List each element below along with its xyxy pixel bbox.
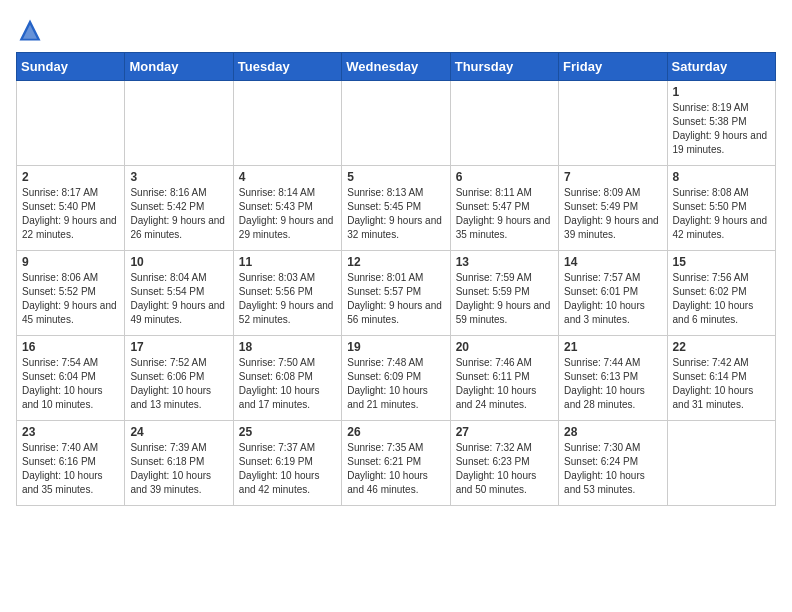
day-number: 23	[22, 425, 119, 439]
day-number: 9	[22, 255, 119, 269]
calendar-cell: 15Sunrise: 7:56 AM Sunset: 6:02 PM Dayli…	[667, 251, 775, 336]
day-info: Sunrise: 7:42 AM Sunset: 6:14 PM Dayligh…	[673, 356, 770, 412]
day-info: Sunrise: 8:03 AM Sunset: 5:56 PM Dayligh…	[239, 271, 336, 327]
day-number: 3	[130, 170, 227, 184]
calendar-cell: 6Sunrise: 8:11 AM Sunset: 5:47 PM Daylig…	[450, 166, 558, 251]
calendar-cell: 23Sunrise: 7:40 AM Sunset: 6:16 PM Dayli…	[17, 421, 125, 506]
day-number: 5	[347, 170, 444, 184]
day-number: 24	[130, 425, 227, 439]
calendar-cell	[233, 81, 341, 166]
calendar-cell: 16Sunrise: 7:54 AM Sunset: 6:04 PM Dayli…	[17, 336, 125, 421]
calendar-week-3: 9Sunrise: 8:06 AM Sunset: 5:52 PM Daylig…	[17, 251, 776, 336]
day-info: Sunrise: 8:08 AM Sunset: 5:50 PM Dayligh…	[673, 186, 770, 242]
day-number: 25	[239, 425, 336, 439]
weekday-header-saturday: Saturday	[667, 53, 775, 81]
day-info: Sunrise: 7:59 AM Sunset: 5:59 PM Dayligh…	[456, 271, 553, 327]
day-number: 27	[456, 425, 553, 439]
day-info: Sunrise: 7:37 AM Sunset: 6:19 PM Dayligh…	[239, 441, 336, 497]
calendar-cell: 7Sunrise: 8:09 AM Sunset: 5:49 PM Daylig…	[559, 166, 667, 251]
day-info: Sunrise: 7:40 AM Sunset: 6:16 PM Dayligh…	[22, 441, 119, 497]
weekday-header-wednesday: Wednesday	[342, 53, 450, 81]
day-info: Sunrise: 7:50 AM Sunset: 6:08 PM Dayligh…	[239, 356, 336, 412]
calendar-cell: 14Sunrise: 7:57 AM Sunset: 6:01 PM Dayli…	[559, 251, 667, 336]
calendar-cell	[125, 81, 233, 166]
day-number: 12	[347, 255, 444, 269]
calendar-cell: 19Sunrise: 7:48 AM Sunset: 6:09 PM Dayli…	[342, 336, 450, 421]
day-number: 26	[347, 425, 444, 439]
calendar-cell: 28Sunrise: 7:30 AM Sunset: 6:24 PM Dayli…	[559, 421, 667, 506]
logo-icon	[16, 16, 44, 44]
calendar-cell: 2Sunrise: 8:17 AM Sunset: 5:40 PM Daylig…	[17, 166, 125, 251]
day-info: Sunrise: 8:04 AM Sunset: 5:54 PM Dayligh…	[130, 271, 227, 327]
day-info: Sunrise: 8:19 AM Sunset: 5:38 PM Dayligh…	[673, 101, 770, 157]
calendar-cell: 27Sunrise: 7:32 AM Sunset: 6:23 PM Dayli…	[450, 421, 558, 506]
day-number: 22	[673, 340, 770, 354]
day-number: 14	[564, 255, 661, 269]
weekday-header-sunday: Sunday	[17, 53, 125, 81]
page-header	[16, 16, 776, 44]
day-info: Sunrise: 7:39 AM Sunset: 6:18 PM Dayligh…	[130, 441, 227, 497]
calendar-cell: 9Sunrise: 8:06 AM Sunset: 5:52 PM Daylig…	[17, 251, 125, 336]
calendar-cell: 11Sunrise: 8:03 AM Sunset: 5:56 PM Dayli…	[233, 251, 341, 336]
calendar-cell: 10Sunrise: 8:04 AM Sunset: 5:54 PM Dayli…	[125, 251, 233, 336]
day-info: Sunrise: 7:44 AM Sunset: 6:13 PM Dayligh…	[564, 356, 661, 412]
calendar-cell: 13Sunrise: 7:59 AM Sunset: 5:59 PM Dayli…	[450, 251, 558, 336]
calendar-week-2: 2Sunrise: 8:17 AM Sunset: 5:40 PM Daylig…	[17, 166, 776, 251]
calendar-cell	[17, 81, 125, 166]
day-number: 20	[456, 340, 553, 354]
day-info: Sunrise: 8:09 AM Sunset: 5:49 PM Dayligh…	[564, 186, 661, 242]
calendar-cell: 22Sunrise: 7:42 AM Sunset: 6:14 PM Dayli…	[667, 336, 775, 421]
day-info: Sunrise: 7:32 AM Sunset: 6:23 PM Dayligh…	[456, 441, 553, 497]
day-info: Sunrise: 7:46 AM Sunset: 6:11 PM Dayligh…	[456, 356, 553, 412]
day-number: 18	[239, 340, 336, 354]
calendar-cell: 4Sunrise: 8:14 AM Sunset: 5:43 PM Daylig…	[233, 166, 341, 251]
calendar-cell	[559, 81, 667, 166]
calendar-cell: 8Sunrise: 8:08 AM Sunset: 5:50 PM Daylig…	[667, 166, 775, 251]
calendar-week-4: 16Sunrise: 7:54 AM Sunset: 6:04 PM Dayli…	[17, 336, 776, 421]
day-number: 13	[456, 255, 553, 269]
weekday-header-friday: Friday	[559, 53, 667, 81]
weekday-header-row: SundayMondayTuesdayWednesdayThursdayFrid…	[17, 53, 776, 81]
day-info: Sunrise: 7:35 AM Sunset: 6:21 PM Dayligh…	[347, 441, 444, 497]
day-info: Sunrise: 8:06 AM Sunset: 5:52 PM Dayligh…	[22, 271, 119, 327]
day-number: 2	[22, 170, 119, 184]
weekday-header-monday: Monday	[125, 53, 233, 81]
calendar-cell	[342, 81, 450, 166]
calendar-cell: 21Sunrise: 7:44 AM Sunset: 6:13 PM Dayli…	[559, 336, 667, 421]
day-number: 28	[564, 425, 661, 439]
day-info: Sunrise: 8:01 AM Sunset: 5:57 PM Dayligh…	[347, 271, 444, 327]
calendar-week-1: 1Sunrise: 8:19 AM Sunset: 5:38 PM Daylig…	[17, 81, 776, 166]
calendar-cell: 12Sunrise: 8:01 AM Sunset: 5:57 PM Dayli…	[342, 251, 450, 336]
day-info: Sunrise: 7:52 AM Sunset: 6:06 PM Dayligh…	[130, 356, 227, 412]
calendar-cell	[450, 81, 558, 166]
calendar-cell: 26Sunrise: 7:35 AM Sunset: 6:21 PM Dayli…	[342, 421, 450, 506]
day-info: Sunrise: 7:56 AM Sunset: 6:02 PM Dayligh…	[673, 271, 770, 327]
day-number: 6	[456, 170, 553, 184]
day-number: 19	[347, 340, 444, 354]
day-number: 11	[239, 255, 336, 269]
day-info: Sunrise: 7:54 AM Sunset: 6:04 PM Dayligh…	[22, 356, 119, 412]
calendar-cell: 18Sunrise: 7:50 AM Sunset: 6:08 PM Dayli…	[233, 336, 341, 421]
weekday-header-thursday: Thursday	[450, 53, 558, 81]
calendar-table: SundayMondayTuesdayWednesdayThursdayFrid…	[16, 52, 776, 506]
calendar-cell: 24Sunrise: 7:39 AM Sunset: 6:18 PM Dayli…	[125, 421, 233, 506]
day-number: 17	[130, 340, 227, 354]
calendar-cell: 20Sunrise: 7:46 AM Sunset: 6:11 PM Dayli…	[450, 336, 558, 421]
day-info: Sunrise: 7:57 AM Sunset: 6:01 PM Dayligh…	[564, 271, 661, 327]
day-info: Sunrise: 8:13 AM Sunset: 5:45 PM Dayligh…	[347, 186, 444, 242]
day-number: 1	[673, 85, 770, 99]
logo	[16, 16, 48, 44]
calendar-cell: 3Sunrise: 8:16 AM Sunset: 5:42 PM Daylig…	[125, 166, 233, 251]
day-number: 7	[564, 170, 661, 184]
calendar-cell: 1Sunrise: 8:19 AM Sunset: 5:38 PM Daylig…	[667, 81, 775, 166]
day-info: Sunrise: 7:30 AM Sunset: 6:24 PM Dayligh…	[564, 441, 661, 497]
calendar-week-5: 23Sunrise: 7:40 AM Sunset: 6:16 PM Dayli…	[17, 421, 776, 506]
day-number: 8	[673, 170, 770, 184]
day-number: 21	[564, 340, 661, 354]
day-info: Sunrise: 7:48 AM Sunset: 6:09 PM Dayligh…	[347, 356, 444, 412]
weekday-header-tuesday: Tuesday	[233, 53, 341, 81]
calendar-cell	[667, 421, 775, 506]
day-info: Sunrise: 8:14 AM Sunset: 5:43 PM Dayligh…	[239, 186, 336, 242]
calendar-cell: 5Sunrise: 8:13 AM Sunset: 5:45 PM Daylig…	[342, 166, 450, 251]
day-info: Sunrise: 8:11 AM Sunset: 5:47 PM Dayligh…	[456, 186, 553, 242]
